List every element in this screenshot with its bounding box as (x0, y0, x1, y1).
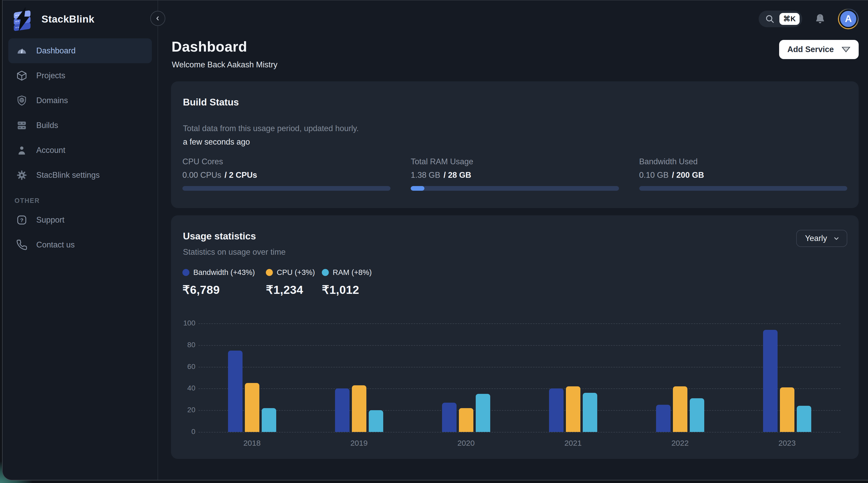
progress-bar (182, 186, 391, 191)
chart-gridline (198, 410, 840, 411)
legend-label: RAM (+8%) (333, 268, 372, 277)
chart-bar-bandwidth (335, 388, 349, 432)
chart-xtick-label: 2021 (549, 439, 597, 448)
gear-icon (16, 170, 28, 181)
chart-bar-ram (476, 394, 490, 432)
sidebar-item-account[interactable]: Account (8, 138, 152, 163)
metric-value: 1.38 GB / 28 GB (411, 171, 619, 180)
chart-bar-cpu (245, 383, 259, 432)
bandwidth-dot-icon (182, 269, 189, 276)
chart-bar-bandwidth (442, 403, 457, 432)
sidebar-item-label: StacBlink settings (36, 171, 100, 180)
chart-bar-group (763, 323, 811, 432)
search-button[interactable]: ⌘K (759, 11, 802, 27)
chart-bar-cpu (780, 387, 795, 432)
main-content: ⌘K A Dashboard Welcome Back Aakash Mistr… (158, 1, 868, 480)
chevron-left-icon (154, 14, 162, 22)
brand-name: StackBlink (41, 13, 94, 25)
sidebar-item-label: Dashboard (36, 46, 76, 56)
legend-item-ram: RAM (+8%) ₹1,012 (322, 268, 372, 297)
welcome-text: Welcome Back Aakash Mistry (172, 60, 278, 69)
chart-bar-bandwidth (656, 405, 671, 432)
chart-bar-bandwidth (549, 388, 563, 432)
legend-label: Bandwidth (+43%) (193, 268, 255, 277)
cpu-amount: ₹1,234 (266, 283, 322, 297)
build-status-updated: a few seconds ago (183, 137, 847, 147)
usage-bar-chart: 020406080100201820192020202120222023 (182, 310, 847, 446)
chart-xtick-label: 2019 (335, 439, 383, 448)
sidebar-item-dashboard[interactable]: Dashboard (8, 38, 152, 63)
chart-gridline (198, 345, 840, 346)
metric-bandwidth-used: Bandwidth Used 0.10 GB / 200 GB (639, 157, 847, 191)
page-header: Dashboard Welcome Back Aakash Mistry Add… (171, 38, 859, 69)
usage-subtitle: Statistics on usage over time (183, 247, 285, 257)
sidebar-item-label: Support (36, 215, 64, 225)
search-icon (765, 14, 775, 24)
legend-label: CPU (+3%) (277, 268, 315, 277)
avatar[interactable]: A (838, 8, 859, 29)
sidebar-item-domains[interactable]: Domains (8, 88, 152, 113)
sidebar-nav: Dashboard Projects Domains (3, 38, 158, 188)
chart-bar-ram (369, 410, 383, 432)
user-icon (16, 145, 28, 156)
sidebar-collapse-button[interactable] (150, 11, 165, 26)
topbar: ⌘K A (171, 1, 859, 37)
chart-ytick-label: 100 (182, 319, 195, 327)
svg-text:?: ? (20, 217, 24, 223)
cube-icon (16, 70, 28, 81)
bandwidth-amount: ₹6,789 (182, 283, 266, 297)
sidebar-item-label: Domains (36, 96, 68, 105)
metric-ram-usage: Total RAM Usage 1.38 GB / 28 GB (411, 157, 619, 191)
brand: StackBlink (3, 1, 158, 31)
phone-icon (16, 239, 28, 250)
period-select[interactable]: Yearly (796, 230, 847, 247)
sidebar-item-label: Account (36, 146, 65, 155)
chart-bar-ram (690, 398, 704, 432)
chart-xtick-label: 2023 (763, 439, 811, 448)
server-stack-icon (16, 120, 28, 131)
sidebar-item-label: Contact us (36, 240, 74, 249)
notifications-bell-icon[interactable] (814, 13, 826, 25)
metric-value: 0.00 CPUs / 2 CPUs (182, 171, 391, 180)
metric-cpu-cores: CPU Cores 0.00 CPUs / 2 CPUs (182, 157, 391, 191)
chart-bar-group (656, 323, 704, 432)
sidebar-item-label: Builds (36, 121, 58, 130)
chart-gridline (198, 388, 840, 389)
chart-ytick-label: 40 (182, 384, 195, 392)
chart-bar-ram (583, 393, 597, 432)
chart-bar-bandwidth (763, 330, 778, 432)
chart-bar-group (335, 323, 383, 432)
legend-item-bandwidth: Bandwidth (+43%) ₹6,789 (182, 268, 266, 297)
chart-bar-cpu (352, 385, 366, 432)
sidebar-item-settings[interactable]: StacBlink settings (8, 163, 152, 188)
metric-value: 0.10 GB / 200 GB (639, 171, 847, 180)
chart-gridline (198, 367, 840, 367)
sidebar-item-projects[interactable]: Projects (8, 63, 152, 88)
progress-bar (411, 186, 619, 191)
sidebar-item-contact[interactable]: Contact us (8, 233, 152, 257)
ram-dot-icon (322, 269, 329, 276)
ram-amount: ₹1,012 (322, 283, 372, 297)
chart-xtick-label: 2022 (656, 439, 704, 448)
metric-label: CPU Cores (182, 157, 391, 167)
sidebar-section-other-label: OTHER (14, 197, 158, 205)
build-status-card: Build Status Total data from this usage … (171, 81, 859, 208)
add-service-button[interactable]: Add Service (779, 40, 859, 59)
chart-ytick-label: 20 (182, 406, 195, 414)
chart-bar-ram (797, 406, 811, 432)
app-window: StackBlink Dashboard Projects (2, 0, 868, 480)
sidebar-item-support[interactable]: ? Support (8, 208, 152, 233)
sidebar-item-builds[interactable]: Builds (8, 113, 152, 138)
chart-xtick-label: 2020 (442, 439, 490, 448)
chart-legend: Bandwidth (+43%) ₹6,789 CPU (+3%) ₹1,234… (182, 268, 847, 297)
dropdown-caret-icon (842, 47, 850, 52)
help-icon: ? (16, 214, 28, 226)
chart-bar-ram (262, 408, 276, 432)
page-title: Dashboard (172, 38, 278, 55)
sidebar-item-label: Projects (36, 71, 65, 80)
metric-label: Bandwidth Used (639, 157, 847, 167)
add-service-label: Add Service (787, 45, 834, 54)
chart-bar-cpu (566, 386, 580, 432)
cpu-dot-icon (266, 269, 273, 276)
chart-ytick-label: 0 (182, 427, 195, 436)
